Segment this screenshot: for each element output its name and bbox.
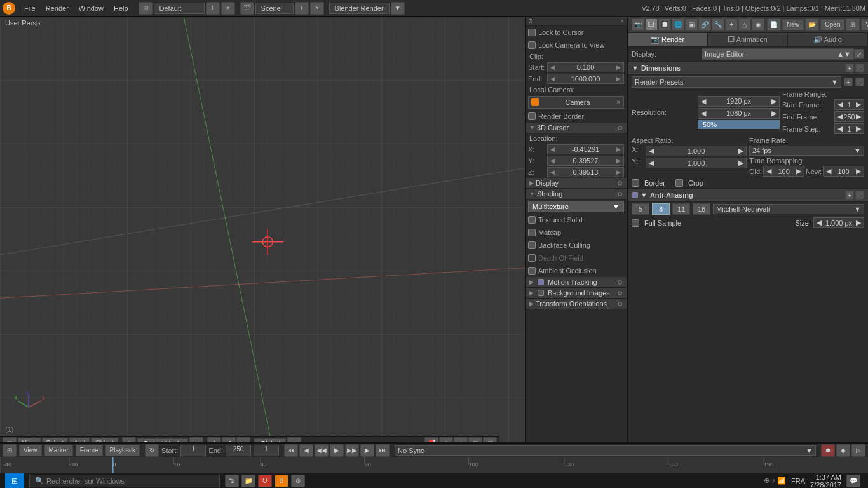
object-prop-icon[interactable]: ▣ [685,18,698,31]
image-editor-btn[interactable]: ⤢ [854,49,864,59]
record-btn[interactable]: ⏺ [821,444,835,457]
frame-step-field[interactable]: ◀ 1 ▶ [834,123,864,134]
aspect-y-field[interactable]: ◀1.000▶ [646,158,747,168]
view-panel-cog[interactable]: ⚙ [528,18,533,24]
play-btn[interactable]: ▶ [330,444,344,457]
constraint-prop-icon[interactable]: 🔗 [698,18,711,31]
dimensions-remove[interactable]: - [855,64,864,72]
size-field[interactable]: ◀1.000 px▶ [813,217,864,228]
new-btn[interactable]: New [782,19,804,30]
scale-percent-btn[interactable]: 50% [698,120,780,129]
crop-checkbox[interactable] [675,179,683,187]
shading-section[interactable]: ▼ Shading ⚙ [526,189,627,200]
clip-start-field[interactable]: ◀ 0.100 ▶ [547,62,624,72]
aa-8-btn[interactable]: 8 [652,203,670,215]
lock-to-cursor-checkbox[interactable] [528,29,536,36]
preset-add[interactable]: + [844,78,853,86]
particle-prop-icon[interactable]: ✦ [725,18,738,31]
next-frame-btn[interactable]: ▶ [360,444,374,457]
scene-prop-icon[interactable]: 🔲 [658,18,671,31]
tab-animation[interactable]: 🎞 Animation [708,33,788,46]
play-reverse-btn[interactable]: ◀◀ [315,444,329,457]
workspace-add[interactable]: + [206,2,220,15]
windows-start-btn[interactable]: ⊞ [5,473,24,489]
timeline-marker-btn[interactable]: Marker [44,445,73,456]
taskbar-store[interactable]: 🛍 [225,475,239,487]
prev-frame-btn[interactable]: ◀ [299,444,313,457]
background-images-section[interactable]: ▶ Background Images ⚙ [526,288,627,299]
data-prop-icon[interactable]: △ [738,18,751,31]
cursor-y-field[interactable]: ◀ 0.39527 ▶ [547,156,624,166]
workspace-icon[interactable]: ⊞ [139,2,153,15]
menu-render[interactable]: Render [41,3,74,14]
bg-images-checkbox[interactable] [538,290,544,296]
aa-16-btn[interactable]: 16 [693,203,710,215]
timeline-playback-btn[interactable]: Playback [105,445,140,456]
shading-cog[interactable]: ⚙ [617,191,623,198]
backface-culling-checkbox[interactable] [528,241,536,249]
shading-mode-dropdown[interactable]: Multitexture ▼ [528,201,624,212]
3d-viewport[interactable]: User Persp [0,17,525,450]
material-prop-icon[interactable]: ◉ [752,18,764,31]
scene-add[interactable]: + [295,2,309,15]
dimensions-add[interactable]: + [845,64,854,72]
slots-icon[interactable]: ⊞ [846,18,860,31]
play-forward-btn[interactable]: ▶▶ [345,444,359,457]
notifications-btn[interactable]: 💬 [846,475,860,487]
border-checkbox[interactable] [632,179,639,187]
lock-camera-checkbox[interactable] [528,41,536,49]
depth-of-field-checkbox[interactable] [528,254,536,262]
view-panel-close[interactable]: × [621,18,624,24]
res-x-field[interactable]: ◀ 1920 px ▶ [698,96,780,107]
end-frame-field[interactable]: ◀ 250 ▶ [834,111,864,122]
open-btn[interactable]: Open [820,19,844,30]
textured-solid-checkbox[interactable] [528,216,536,224]
camera-close[interactable]: × [616,98,621,107]
bg-images-cog[interactable]: ⚙ [617,290,623,297]
tab-audio[interactable]: 🔊 Audio [788,33,868,46]
camera-prop-icon[interactable]: 📷 [632,18,644,31]
res-y-field[interactable]: ◀ 1080 px ▶ [698,108,780,119]
timeline-mode-icon[interactable]: ⊞ [3,444,17,457]
render-presets-dropdown[interactable]: Render Presets ▼ [632,76,841,88]
current-frame-field[interactable]: 1 [254,445,279,456]
motion-tracking-checkbox[interactable] [538,279,544,285]
aa-11-btn[interactable]: 11 [672,203,690,215]
modifier-prop-icon[interactable]: 🔧 [712,18,724,31]
new-field[interactable]: ◀100▶ [823,166,864,177]
keyframe-btn[interactable]: ◆ [836,444,850,457]
display-section[interactable]: ▶ Display ⚙ [526,178,627,189]
workspace-dropdown[interactable]: Default [154,3,205,14]
jump-end-btn[interactable]: ⏭ [376,444,390,457]
start-field[interactable]: 1 [180,445,206,456]
playback-sync-icon[interactable]: ▷ [851,444,865,457]
clip-end-field[interactable]: ◀ 1000.000 ▶ [547,74,624,84]
ambient-occlusion-checkbox[interactable] [528,267,536,274]
aa-checkbox[interactable] [632,192,638,198]
aa-remove[interactable]: - [855,191,864,200]
cursor-x-field[interactable]: ◀ -0.45291 ▶ [547,144,624,154]
sync-dropdown[interactable]: No Sync ▼ [395,445,816,456]
render-border-checkbox[interactable] [528,112,536,120]
search-bar[interactable]: 🔍 Rechercher sur Windows [29,475,220,487]
cursor-section[interactable]: ▼ 3D Cursor ⚙ [526,123,627,133]
menu-file[interactable]: File [19,3,41,14]
cursor-cog[interactable]: ⚙ [617,125,623,132]
display-cog[interactable]: ⚙ [617,180,623,187]
cursor-z-field[interactable]: ◀ 0.39513 ▶ [547,167,624,177]
image-editor-dropdown[interactable]: Image Editor ▲▼ [702,48,854,60]
transform-orient-section[interactable]: ▶ Transform Orientations ⚙ [526,299,627,309]
taskbar-opera[interactable]: O [258,475,272,487]
scene-dropdown[interactable]: Scene [255,3,294,14]
tab-render[interactable]: 📷 Render [628,33,708,46]
loop-icon[interactable]: ↻ [145,444,159,457]
aa-filter-dropdown[interactable]: Mitchell-Netravali ▼ [713,204,864,214]
camera-field[interactable]: Camera × [528,96,624,109]
start-frame-field[interactable]: ◀ 1 ▶ [834,99,864,110]
jump-start-btn[interactable]: ⏮ [284,444,298,457]
aa-add[interactable]: + [845,191,854,200]
motion-tracking-cog[interactable]: ⚙ [617,279,623,286]
world-prop-icon[interactable]: 🌐 [672,18,684,31]
menu-window[interactable]: Window [74,3,109,14]
transform-orient-cog[interactable]: ⚙ [617,301,623,308]
